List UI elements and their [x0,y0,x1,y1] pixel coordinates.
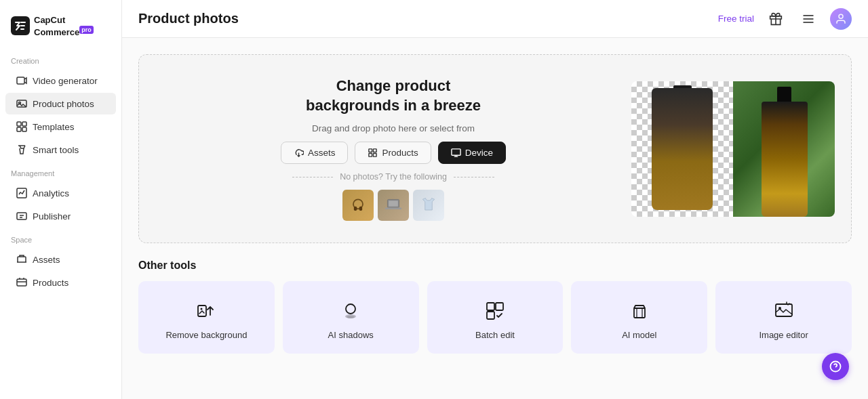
sidebar-item-label: Templates [33,122,75,132]
cloud-icon [294,148,304,158]
assets-icon [16,254,27,265]
product-photos-icon [16,98,27,109]
menu-icon [802,12,815,26]
svg-rect-16 [374,149,377,152]
product-transparent-bg [631,81,733,217]
sidebar-item-label: Products [33,278,68,288]
help-button[interactable] [822,353,849,380]
ai-shadows-icon [340,300,361,322]
sidebar: CapCutCommercepro Creation Video generat… [0,0,122,399]
product-preview-images [631,81,835,217]
tools-grid: Remove background AI shadows [138,281,852,354]
svg-rect-9 [17,213,26,219]
gift-button[interactable] [765,8,787,30]
remove-background-icon [195,300,217,322]
svg-rect-34 [634,308,645,318]
ai-model-icon [629,300,650,322]
other-tools-title: Other tools [138,259,852,272]
sidebar-item-label: Video generator [33,76,98,86]
header: Product photos Free trial [122,0,868,38]
analytics-icon [16,188,27,198]
main-content: Product photos Free trial [122,0,868,399]
tool-card-image-editor[interactable]: Image editor [715,281,852,354]
free-trial-button[interactable]: Free trial [718,14,754,24]
sidebar-item-assets[interactable]: Assets [5,249,116,270]
templates-icon [16,121,27,132]
upload-left: Change productbackgrounds in a breeze Dr… [155,77,631,221]
page-title: Product photos [138,11,239,26]
tool-card-batch-edit[interactable]: Batch edit [427,281,564,354]
upload-card[interactable]: Change productbackgrounds in a breeze Dr… [138,54,852,243]
bottle-cap-natural [777,87,791,103]
user-icon [835,13,847,25]
shirt-thumb-icon [419,196,438,215]
svg-point-14 [839,14,843,18]
no-photos-label: No photos? Try the following [340,172,447,182]
image-editor-label: Image editor [759,330,808,340]
grid-icon [368,148,378,158]
sidebar-item-label: Smart tools [33,145,79,155]
sidebar-item-templates[interactable]: Templates [5,116,116,138]
svg-rect-22 [359,207,362,211]
headphones-thumb-icon [349,196,368,215]
ai-shadows-label: AI shadows [328,330,374,340]
upload-title: Change productbackgrounds in a breeze [306,77,481,115]
logo[interactable]: CapCutCommercepro [0,8,121,49]
svg-rect-15 [369,149,372,152]
svg-rect-17 [369,154,372,157]
sidebar-item-video-generator[interactable]: Video generator [5,70,116,91]
dashed-divider-left [292,177,333,177]
remove-background-label: Remove background [165,330,247,340]
sidebar-item-products[interactable]: Products [5,272,116,293]
gift-icon [769,12,783,26]
sidebar-item-analytics[interactable]: Analytics [5,182,116,204]
sidebar-item-smart-tools[interactable]: Smart tools [5,139,116,161]
avatar[interactable] [830,8,852,30]
sidebar-item-label: Assets [33,255,60,265]
svg-point-30 [347,316,355,318]
tool-card-remove-background[interactable]: Remove background [138,281,275,354]
svg-rect-19 [452,149,460,155]
svg-rect-24 [389,201,398,207]
sample-thumbnails [342,190,444,221]
svg-rect-6 [17,127,21,131]
image-editor-icon [773,300,795,322]
products-source-button[interactable]: Products [355,142,431,164]
menu-button[interactable] [797,8,819,30]
svg-point-28 [346,304,355,314]
sidebar-item-publisher[interactable]: Publisher [5,205,116,227]
device-source-button[interactable]: Device [438,142,506,164]
smart-tools-icon [16,144,27,155]
tool-card-ai-shadows[interactable]: AI shadows [283,281,419,354]
device-btn-label: Device [465,148,493,158]
upload-card-inner: Change productbackgrounds in a breeze Dr… [155,77,835,221]
batch-edit-label: Batch edit [475,330,515,340]
management-section-label: Management [0,161,121,182]
svg-rect-7 [22,127,26,131]
video-generator-icon [16,75,27,86]
svg-rect-5 [22,122,26,126]
svg-rect-18 [374,154,377,157]
space-section-label: Space [0,228,121,248]
svg-point-27 [201,308,203,310]
sidebar-item-label: Analytics [33,188,69,198]
dashed-divider-right [454,177,494,177]
upload-source-buttons: Assets Products [281,142,506,164]
page-content: Change productbackgrounds in a breeze Dr… [122,38,868,399]
products-icon [16,277,27,288]
tool-card-ai-model[interactable]: AI model [571,281,707,354]
ai-model-label: AI model [622,330,656,340]
sidebar-item-label: Publisher [33,211,71,222]
sample-thumb-laptop[interactable] [378,190,409,221]
svg-rect-32 [496,303,503,310]
no-photos-row: No photos? Try the following [292,172,494,182]
sample-thumb-shirt[interactable] [413,190,444,221]
sidebar-item-product-photos[interactable]: Product photos [5,93,116,114]
sidebar-item-label: Product photos [33,99,94,109]
svg-rect-1 [17,77,24,84]
svg-rect-31 [487,303,494,310]
sample-thumb-headphones[interactable] [342,190,374,221]
assets-source-button[interactable]: Assets [281,142,349,164]
svg-rect-33 [487,312,494,319]
svg-point-36 [778,307,781,310]
